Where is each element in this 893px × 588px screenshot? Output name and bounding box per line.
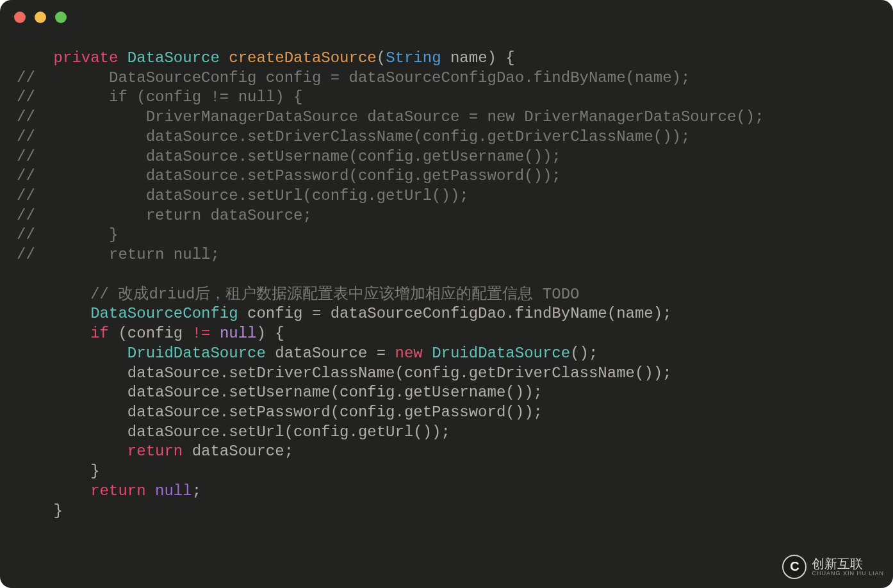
watermark-name: 创新互联: [812, 557, 884, 570]
window-minimize-button[interactable]: [35, 12, 46, 23]
code-comment-line: // return null;: [17, 246, 220, 263]
code-comment-line: // DriverManagerDataSource dataSource = …: [17, 108, 764, 126]
window-close-button[interactable]: [14, 12, 26, 23]
window-titlebar: [0, 0, 893, 23]
code-comment-line: // dataSource.setPassword(config.getPass…: [17, 167, 561, 184]
watermark-logo-icon: C: [782, 555, 807, 579]
code-line: dataSource.setUsername(config.getUsernam…: [17, 384, 543, 401]
code-comment-line: // }: [17, 226, 118, 243]
code-line: DruidDataSource dataSource = new DruidDa…: [17, 345, 598, 362]
code-line: }: [17, 462, 100, 480]
code-line: private DataSource createDataSource(Stri…: [17, 49, 515, 67]
code-line: return null;: [17, 482, 201, 500]
code-content[interactable]: private DataSource createDataSource(Stri…: [0, 23, 893, 537]
code-comment-line: // dataSource.setUsername(config.getUser…: [17, 148, 561, 165]
code-line: dataSource.setUrl(config.getUrl());: [17, 423, 450, 441]
code-line: dataSource.setDriverClassName(config.get…: [17, 364, 672, 382]
code-editor-window: private DataSource createDataSource(Stri…: [0, 0, 893, 588]
code-line: return dataSource;: [17, 443, 293, 460]
code-comment-line: // DataSourceConfig config = dataSourceC…: [17, 69, 690, 86]
code-comment-line: // dataSource.setUrl(config.getUrl());: [17, 187, 469, 204]
code-todo-comment: // 改成driud后，租户数据源配置表中应该增加相应的配置信息 TODO: [17, 286, 579, 303]
code-line: if (config != null) {: [17, 325, 284, 342]
window-maximize-button[interactable]: [55, 12, 67, 23]
watermark: C 创新互联 CHUANG XIN HU LIAN: [782, 555, 884, 579]
code-line: dataSource.setPassword(config.getPasswor…: [17, 404, 543, 421]
code-line: }: [17, 502, 63, 519]
code-comment-line: // return dataSource;: [17, 207, 312, 224]
code-comment-line: // if (config != null) {: [17, 88, 302, 106]
watermark-sub: CHUANG XIN HU LIAN: [812, 570, 884, 577]
code-comment-line: // dataSource.setDriverClassName(config.…: [17, 128, 690, 145]
code-line: DataSourceConfig config = dataSourceConf…: [17, 305, 672, 322]
